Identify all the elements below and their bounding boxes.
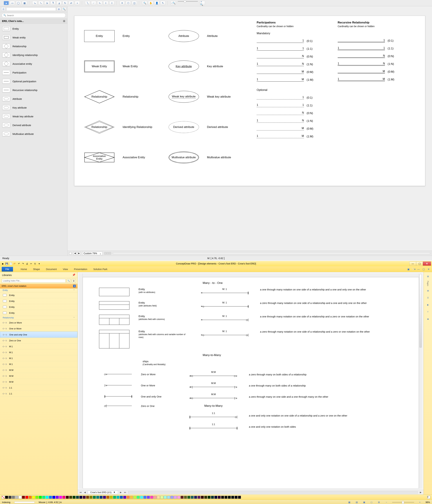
color-swatch[interactable] (127, 496, 130, 499)
color-swatch[interactable] (154, 496, 157, 499)
polyline-tool-icon[interactable]: ⟋ (91, 1, 96, 5)
color-swatch[interactable] (29, 496, 32, 499)
qat-dropdown-icon[interactable]: ▾ (38, 262, 41, 265)
document-tab[interactable]: Crow's foot ERD (1/1) ▼ (88, 491, 118, 494)
library-item[interactable]: Optional participation (0, 77, 67, 86)
zoom-input[interactable]: Custom 79%⌄ (82, 252, 103, 255)
color-swatch[interactable] (25, 496, 28, 499)
color-swatch[interactable] (89, 496, 93, 499)
canvas[interactable]: Entity Entity Attribute Attribute Weak E… (74, 16, 425, 186)
open-icon[interactable]: 📂 (13, 262, 17, 265)
library-item[interactable]: Zero or One (0, 338, 77, 343)
color-swatch[interactable] (103, 496, 106, 499)
color-swatch[interactable] (197, 496, 200, 499)
library-header[interactable]: ERD, Chen's nota... × (0, 19, 67, 24)
redo-icon[interactable]: ↷ (21, 262, 25, 265)
window-options-icon[interactable]: ▣ (407, 268, 410, 271)
close-button[interactable]: ✕ (423, 261, 431, 266)
color-swatch[interactable] (228, 496, 231, 499)
color-swatch[interactable] (140, 496, 143, 499)
color-swatch[interactable] (167, 496, 170, 499)
connector-tool-4-icon[interactable]: ┗ (50, 1, 56, 5)
library-item[interactable]: Entity (0, 292, 77, 298)
doc-restore-icon[interactable]: ▢ (422, 268, 425, 271)
view-full-icon[interactable]: ◻ (370, 501, 373, 504)
tab-next-icon[interactable]: ▶ (119, 491, 122, 494)
tree-view-icon[interactable]: ☰ (1, 7, 5, 11)
library-item[interactable]: Entity (0, 304, 77, 310)
color-swatch[interactable] (39, 496, 42, 499)
library-item[interactable]: 1:1 (0, 385, 77, 391)
color-swatch[interactable] (12, 496, 15, 499)
file-menu[interactable]: File (2, 267, 13, 271)
connector-tool-7-icon[interactable]: ⇄ (69, 1, 74, 5)
color-swatch[interactable] (201, 496, 204, 499)
color-swatch[interactable] (69, 496, 72, 499)
connector-tool-5-icon[interactable]: ┏ (56, 1, 62, 5)
color-swatch[interactable] (177, 496, 180, 499)
color-swatch[interactable] (76, 496, 79, 499)
vertical-scrollbar[interactable] (419, 273, 422, 488)
library-item[interactable]: Identifying relationship (0, 51, 67, 59)
menu-item[interactable]: Solution Park (93, 268, 107, 270)
search-toggle-icon[interactable]: 🔍 (62, 7, 66, 11)
menu-item[interactable]: Shape (33, 268, 40, 270)
save-icon[interactable]: 💾 (5, 262, 9, 265)
library-item[interactable]: Relationship (0, 42, 67, 51)
minimize-button[interactable]: — (409, 261, 416, 266)
library-item[interactable]: Recursive relationship (0, 86, 67, 94)
tab-prev-icon[interactable]: ◀ (83, 491, 86, 494)
color-swatch[interactable] (123, 496, 126, 499)
color-swatch[interactable] (184, 496, 187, 499)
category-entity[interactable]: Entity ⌃ (0, 288, 77, 292)
color-swatch[interactable] (150, 496, 153, 499)
zoom-in-icon[interactable]: + (418, 501, 422, 504)
library-item[interactable]: Derived attribute (0, 121, 67, 129)
color-swatch[interactable] (147, 496, 150, 499)
color-swatch[interactable] (56, 496, 59, 499)
edit-tool-icon[interactable]: ✎ (160, 1, 165, 5)
library-item[interactable]: M:M (0, 367, 77, 373)
library-item[interactable]: One or More (0, 326, 77, 332)
library-item[interactable]: One and only One (0, 332, 77, 338)
library-item[interactable]: 1:1 (0, 391, 77, 397)
align-tool-icon[interactable]: ⦀ (103, 1, 108, 5)
library-item[interactable]: Associative entity (0, 59, 67, 68)
library-item[interactable]: M:1 (0, 350, 77, 355)
color-swatch[interactable] (36, 496, 38, 499)
color-swatch[interactable] (32, 496, 35, 499)
connector-tool-8-icon[interactable]: ▪ (75, 1, 80, 5)
library-item[interactable]: Weak key attribute (0, 112, 67, 121)
tab-dropdown-icon[interactable]: ▼ (113, 491, 115, 494)
color-swatch[interactable] (174, 496, 177, 499)
color-swatch[interactable] (137, 496, 140, 499)
color-swatch[interactable] (143, 496, 146, 499)
chart-tool-3-icon[interactable]: ◫ (132, 1, 137, 5)
undo-icon[interactable]: ↶ (17, 262, 21, 265)
color-swatch[interactable] (221, 496, 224, 499)
connector-tool-2-icon[interactable]: ⤡ (38, 1, 43, 5)
color-swatch[interactable] (62, 496, 66, 499)
sidebar-search-input[interactable] (2, 13, 66, 18)
library-item[interactable]: Multivalue attribute (0, 129, 67, 138)
library-search-input[interactable] (2, 279, 66, 283)
color-swatch[interactable] (46, 496, 49, 499)
library-item[interactable]: M:1 (0, 355, 77, 361)
view-mode-3-icon[interactable] (109, 252, 111, 254)
panel-pin-icon[interactable]: 📌 (72, 273, 75, 276)
chart-tool-2-icon[interactable]: ⬡ (126, 1, 131, 5)
close-library-icon[interactable]: × (63, 20, 65, 22)
zoom-in-icon[interactable]: 🔍 (142, 1, 147, 5)
library-item[interactable]: M:1 (0, 361, 77, 367)
grid-view-icon[interactable]: ⊞ (57, 7, 61, 11)
color-swatch[interactable] (235, 496, 238, 499)
grid-tool-icon[interactable]: ▦ (22, 1, 27, 5)
color-swatch[interactable] (130, 496, 133, 499)
color-swatch[interactable] (22, 496, 25, 499)
shape-panel-icon[interactable]: ◆ (425, 316, 431, 322)
text-panel-icon[interactable]: T (425, 309, 431, 314)
library-item[interactable]: Attribute (0, 94, 67, 103)
app-icon[interactable]: ◆ (1, 262, 4, 265)
library-item[interactable]: Participation (0, 68, 67, 77)
user-tool-icon[interactable]: 👤 (154, 1, 159, 5)
